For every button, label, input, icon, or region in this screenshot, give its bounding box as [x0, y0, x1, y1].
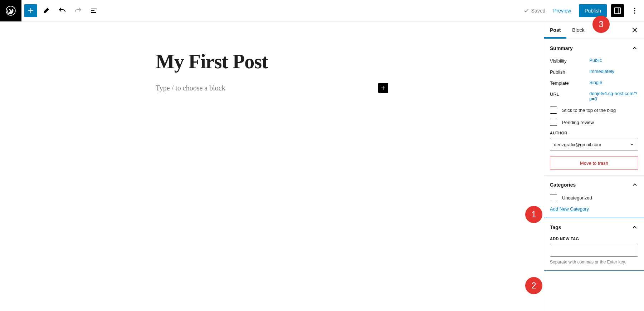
settings-sidebar: Post Block Summary Visibility Public — [544, 21, 644, 311]
tab-block[interactable]: Block — [566, 21, 590, 39]
panel-title: Summary — [550, 45, 573, 51]
chevron-down-icon — [629, 142, 634, 147]
author-value: deezgrafix@gmail.com — [554, 142, 601, 147]
publish-date-label: Publish — [550, 69, 589, 75]
svg-point-10 — [634, 12, 635, 13]
publish-date-value[interactable]: Immediately — [589, 69, 638, 74]
close-settings-button[interactable] — [628, 24, 641, 36]
stick-to-top-checkbox[interactable] — [550, 107, 557, 114]
block-placeholder[interactable]: Type / to choose a block — [156, 84, 225, 92]
svg-rect-6 — [615, 8, 621, 14]
close-icon — [631, 26, 638, 34]
preview-button[interactable]: Preview — [550, 5, 575, 16]
visibility-value[interactable]: Public — [589, 58, 638, 63]
panel-categories: Categories Uncategorized Add New Categor… — [544, 176, 644, 218]
panel-title: Tags — [550, 224, 561, 230]
stick-to-top-label: Stick to the top of the blog — [562, 108, 616, 113]
chevron-up-icon — [631, 224, 638, 231]
category-uncategorized-checkbox[interactable] — [550, 194, 557, 201]
save-status: Saved — [523, 8, 546, 14]
visibility-label: Visibility — [550, 58, 589, 64]
add-tag-field-label: ADD NEW TAG — [550, 237, 638, 241]
svg-point-8 — [634, 8, 635, 9]
add-new-category-link[interactable]: Add New Category — [550, 206, 589, 212]
svg-point-9 — [634, 10, 635, 11]
author-field-label: AUTHOR — [550, 131, 638, 135]
editor-header: Saved Preview Publish — [0, 0, 644, 21]
template-value[interactable]: Single — [589, 80, 638, 85]
pending-review-label: Pending review — [562, 120, 594, 125]
document-overview-button[interactable] — [87, 4, 100, 17]
panel-title: Categories — [550, 182, 576, 188]
panel-summary: Summary Visibility Public Publish Immedi… — [544, 39, 644, 176]
callout-badge-3: 3 — [592, 16, 610, 33]
saved-label: Saved — [531, 8, 546, 14]
panel-summary-header[interactable]: Summary — [544, 39, 644, 58]
callout-badge-1: 1 — [525, 206, 542, 223]
chevron-up-icon — [631, 45, 638, 52]
tab-post[interactable]: Post — [544, 21, 566, 39]
author-select[interactable]: deezgrafix@gmail.com — [550, 138, 638, 151]
template-label: Template — [550, 80, 589, 86]
url-value[interactable]: donjetv4.sg-host.com/?p=8 — [589, 91, 638, 102]
callout-badge-2: 2 — [525, 277, 542, 294]
tools-button[interactable] — [40, 4, 53, 17]
add-tag-input[interactable] — [550, 244, 638, 257]
settings-sidebar-toggle[interactable] — [611, 4, 624, 17]
url-label: URL — [550, 91, 589, 97]
redo-button[interactable] — [72, 4, 84, 17]
chevron-up-icon — [631, 181, 638, 188]
panel-tags: Tags ADD NEW TAG Separate with commas or… — [544, 218, 644, 271]
tag-hint: Separate with commas or the Enter key. — [550, 260, 638, 265]
move-to-trash-button[interactable]: Move to trash — [550, 157, 638, 169]
panel-tags-header[interactable]: Tags — [544, 218, 644, 237]
more-options-button[interactable] — [628, 4, 641, 17]
publish-button[interactable]: Publish — [579, 4, 607, 17]
panel-categories-header[interactable]: Categories — [544, 176, 644, 194]
check-icon — [523, 8, 529, 14]
wordpress-logo[interactable] — [0, 0, 21, 21]
post-title[interactable]: My First Post — [156, 50, 388, 73]
inline-add-block-button[interactable] — [378, 83, 388, 93]
editor-canvas[interactable]: My First Post Type / to choose a block — [0, 21, 544, 311]
undo-button[interactable] — [56, 4, 69, 17]
add-block-button[interactable] — [24, 4, 37, 17]
category-uncategorized-label: Uncategorized — [562, 195, 592, 201]
pending-review-checkbox[interactable] — [550, 119, 557, 126]
